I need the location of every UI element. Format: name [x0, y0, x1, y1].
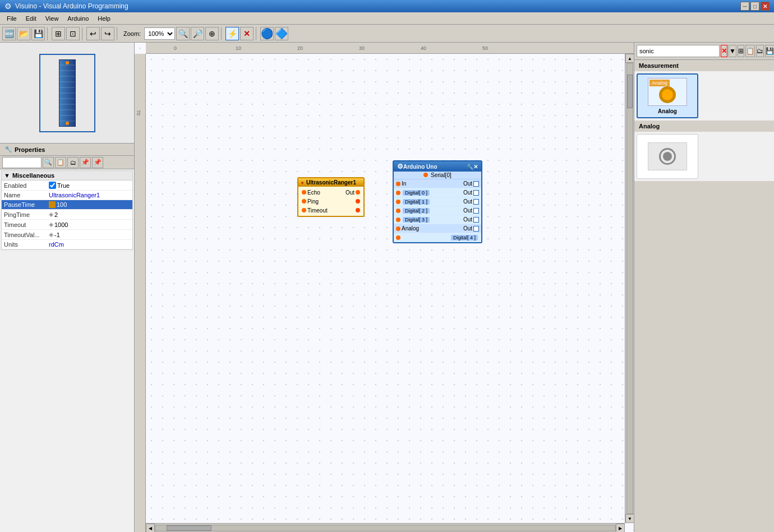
digital1-port-dot[interactable]	[396, 200, 400, 204]
vscroll[interactable]: ▲ ▼	[625, 54, 634, 523]
measurement-analog-card[interactable]: Analog Analog	[637, 73, 698, 118]
analog-out-dot[interactable]	[473, 226, 479, 232]
digital2-out-dot[interactable]	[473, 208, 479, 214]
menu-arduino[interactable]: Arduino	[63, 14, 93, 23]
props-btn1[interactable]: 🔍	[43, 157, 54, 168]
prop-name-value[interactable]: UltrasonicRanger1	[49, 192, 130, 198]
search-input[interactable]	[637, 45, 720, 57]
redo-button[interactable]: ↪	[101, 27, 114, 40]
ultrasonic-node[interactable]: ● UltrasonicRanger1 Echo Out Ping	[297, 177, 365, 217]
zoom-select[interactable]: 100% 50% 75% 125% 150%	[144, 27, 175, 40]
hscroll-thumb[interactable]	[167, 525, 211, 531]
arduino-close-icon[interactable]: ✕	[473, 164, 478, 170]
undo-button[interactable]: ↩	[86, 27, 100, 40]
prop-pausetime[interactable]: PauseTime 100	[2, 200, 132, 210]
menu-file[interactable]: File	[2, 14, 21, 23]
props-btn3[interactable]: 🗂	[67, 157, 79, 168]
digital2-label: Digital[ 2 ]	[403, 208, 430, 214]
upload-button[interactable]: ✕	[240, 27, 254, 40]
analog-card-title: Analog	[658, 108, 677, 114]
snap-button[interactable]: ⊡	[66, 27, 80, 40]
ruler-mark-0: 0	[174, 45, 177, 51]
echo-out-dot[interactable]	[356, 190, 360, 195]
prop-timeout-value[interactable]: ◈ 1000	[49, 221, 130, 228]
digital3-out-dot[interactable]	[473, 217, 479, 223]
prop-timeoutval-value[interactable]: ◈ -1	[49, 231, 130, 238]
toolbar-sep2	[82, 27, 84, 40]
minimize-button[interactable]: ─	[740, 2, 749, 11]
canvas-area[interactable]: 0 10 20 30 40 50 70	[135, 43, 634, 532]
left-panel: 🔧 Properties 🔍 📋 🗂 📌 📌 ▼ Miscellaneous E…	[0, 43, 135, 532]
zoom-fit-button[interactable]: ⊕	[205, 27, 219, 40]
zoom-out-button[interactable]: 🔎	[191, 27, 204, 40]
ping-port-dot[interactable]	[302, 199, 306, 203]
menu-view[interactable]: View	[41, 14, 63, 23]
timeout-icon: ◈	[49, 221, 53, 228]
in-port-dot[interactable]	[396, 182, 400, 186]
wires-svg	[146, 54, 314, 138]
vscroll-down-btn[interactable]: ▼	[625, 514, 634, 523]
analog-card2-icon	[659, 148, 676, 165]
new-button[interactable]: 🆕	[2, 27, 16, 40]
search-btn4[interactable]: 💾	[765, 45, 774, 57]
toolbar: 🆕 📂 💾 ⊞ ⊡ ↩ ↪ Zoom: 100% 50% 75% 125% 15…	[0, 25, 774, 43]
enabled-checkbox[interactable]	[49, 182, 56, 189]
props-search-input[interactable]	[2, 157, 42, 168]
digital3-port-dot[interactable]	[396, 218, 400, 222]
timeout-connector[interactable]	[356, 208, 360, 212]
open-button[interactable]: 📂	[17, 27, 30, 40]
ruler-mark-10: 10	[236, 45, 241, 51]
arduino-node[interactable]: ⚙ Arduino Uno 🔧 ✕ Serial[0] In Out	[393, 160, 482, 243]
timeout-port-dot[interactable]	[302, 208, 306, 212]
search-btn3[interactable]: 🗂	[756, 45, 764, 57]
digital-bottom-port-dot[interactable]	[396, 235, 400, 240]
hscroll[interactable]: ◀ ▶	[146, 523, 625, 532]
timeoutval-icon: ◈	[49, 231, 53, 238]
component-btn1[interactable]: 🔵	[260, 27, 274, 40]
menu-bar: File Edit View Arduino Help	[0, 12, 774, 25]
search-btn2[interactable]: 📋	[745, 45, 755, 57]
digital0-out-dot[interactable]	[473, 190, 479, 196]
hscroll-right-btn[interactable]: ▶	[616, 524, 625, 532]
prop-enabled-value[interactable]: True	[49, 182, 130, 189]
props-btn2[interactable]: 📋	[55, 157, 66, 168]
serial-port-dot[interactable]	[423, 173, 428, 177]
vscroll-up-btn[interactable]: ▲	[625, 54, 634, 63]
echo-port-dot[interactable]	[302, 190, 306, 195]
ping-connector[interactable]	[356, 199, 360, 203]
arduino-node-title: ⚙ Arduino Uno 🔧 ✕	[394, 161, 481, 172]
vscroll-thumb[interactable]	[627, 75, 633, 108]
out-serial-dot[interactable]	[473, 181, 479, 187]
digital2-port-dot[interactable]	[396, 209, 400, 213]
digital-bottom-label: Digital[ 4 ]	[451, 235, 478, 240]
tree-header: ▼ Miscellaneous	[2, 171, 132, 181]
save-button[interactable]: 💾	[31, 27, 45, 40]
component-btn2[interactable]: 🔷	[275, 27, 288, 40]
close-button[interactable]: ✕	[761, 2, 770, 11]
props-btn4[interactable]: 📌	[80, 157, 91, 168]
app-icon: ⚙	[4, 2, 12, 11]
menu-edit[interactable]: Edit	[21, 14, 41, 23]
search-clear-btn[interactable]: ✕	[721, 45, 727, 57]
prop-units-value[interactable]: rdCm	[49, 241, 130, 248]
compile-button[interactable]: ⚡	[225, 27, 239, 40]
props-pin[interactable]: 📌	[92, 157, 103, 168]
search-filter-btn[interactable]: ▼	[729, 45, 736, 57]
analog-port-dot[interactable]	[396, 226, 400, 231]
hscroll-left-btn[interactable]: ◀	[146, 524, 155, 532]
toolbar-sep1	[47, 27, 49, 40]
analog-card2[interactable]	[637, 134, 698, 179]
vscroll-track[interactable]	[626, 63, 633, 514]
menu-help[interactable]: Help	[93, 14, 115, 23]
search-btn1[interactable]: ⊞	[738, 45, 744, 57]
grid-button[interactable]: ⊞	[52, 27, 65, 40]
hscroll-track[interactable]	[155, 525, 616, 531]
digital0-port-dot[interactable]	[396, 191, 400, 195]
prop-pingtime-value[interactable]: ◈ 2	[49, 211, 130, 218]
arduino-wrench-icon[interactable]: 🔧	[467, 164, 473, 170]
zoom-in-button[interactable]: 🔍	[176, 27, 190, 40]
arduino-title-text: Arduino Uno	[403, 164, 437, 170]
maximize-button[interactable]: □	[750, 2, 759, 11]
prop-units: Units rdCm	[2, 240, 132, 249]
digital1-out-dot[interactable]	[473, 199, 479, 205]
